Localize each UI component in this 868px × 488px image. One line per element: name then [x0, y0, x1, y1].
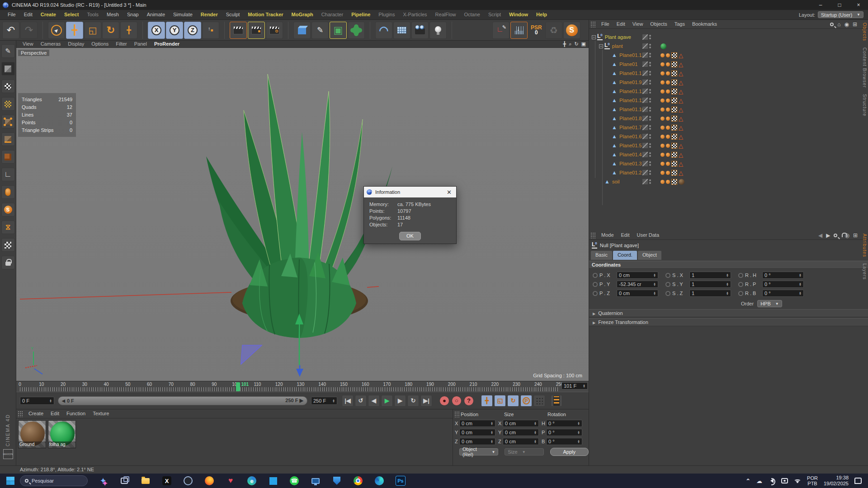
sculpt-mode-button[interactable]: S: [1, 203, 15, 216]
paint-tool-button[interactable]: ⧖: [1, 221, 15, 234]
attr-menu-user-data[interactable]: User Data: [633, 230, 663, 240]
spinner-icon[interactable]: ▲▼: [652, 282, 656, 286]
make-editable-button[interactable]: ✎: [1, 44, 15, 58]
record-rotation-button[interactable]: ↻: [507, 395, 519, 407]
menu-help[interactable]: Help: [532, 10, 551, 19]
display-tag-icon[interactable]: [666, 126, 670, 130]
spinner-icon[interactable]: ▲▼: [576, 431, 580, 434]
play-forwards-button[interactable]: ▶: [381, 395, 393, 407]
maximize-button[interactable]: □: [830, 0, 849, 10]
coordinate-field[interactable]: 0 °▲▼: [762, 272, 804, 279]
phong-tag-icon[interactable]: △: [679, 89, 683, 94]
copilot-sparkle-icon[interactable]: ✦: [97, 475, 109, 487]
visibility-toggles[interactable]: [642, 43, 651, 49]
viewport-menu-filter[interactable]: Filter: [112, 39, 130, 49]
start-button-icon[interactable]: [6, 477, 14, 485]
menu-octane[interactable]: Octane: [460, 10, 484, 19]
bend-deformer-button[interactable]: ◠: [375, 22, 392, 39]
record-keyframe-button[interactable]: ●: [439, 396, 449, 406]
visibility-toggles[interactable]: [642, 52, 651, 58]
add-panel-icon[interactable]: ⊞: [853, 21, 857, 28]
uvw-tag-icon[interactable]: [671, 61, 677, 67]
spinner-icon[interactable]: ▲▼: [576, 422, 580, 425]
spinner-icon[interactable]: ▲▼: [797, 273, 802, 277]
tab-object[interactable]: Object: [638, 251, 661, 260]
keyframe-radio-icon[interactable]: [738, 291, 743, 296]
panel-drag-handle-icon[interactable]: [590, 232, 596, 239]
menu-mograph[interactable]: MoGraph: [288, 10, 317, 19]
dialog-title-bar[interactable]: Information ✕: [364, 187, 456, 197]
display-tag-icon[interactable]: [666, 80, 670, 84]
timeline-range-slider[interactable]: ◀ 0 F 250 F ▶: [58, 396, 307, 405]
coordinate-mode-dropdown[interactable]: Object (Rel)▼: [459, 448, 498, 455]
visibility-toggles[interactable]: [642, 143, 651, 148]
display-tag-icon[interactable]: [666, 89, 670, 94]
om-menu-edit[interactable]: Edit: [613, 19, 629, 29]
spinner-icon[interactable]: ▲▼: [533, 431, 537, 434]
menu-snap[interactable]: Snap: [123, 10, 143, 19]
uvw-tag-icon[interactable]: [671, 143, 677, 149]
lock-workplane-button[interactable]: [1, 238, 15, 252]
lock-z-button[interactable]: Z: [184, 22, 201, 39]
fold-section-freeze-transformation[interactable]: ▶Freeze Transformation: [589, 318, 868, 326]
record-pla-button[interactable]: [533, 395, 545, 407]
uvw-tag-icon[interactable]: [671, 52, 677, 58]
frame-spinner-icon[interactable]: ▲▼: [581, 384, 585, 388]
texture-mode-button[interactable]: [1, 80, 15, 93]
visibility-toggles[interactable]: [642, 80, 651, 85]
close-button[interactable]: ×: [849, 0, 868, 10]
uvw-tag-icon[interactable]: [671, 89, 677, 94]
keyframe-radio-icon[interactable]: [593, 273, 598, 278]
display-tag-icon[interactable]: [666, 162, 670, 166]
display-tag-icon[interactable]: [660, 53, 665, 57]
spinner-icon[interactable]: ▲▼: [652, 291, 656, 295]
keyframe-selection-button[interactable]: [551, 395, 562, 407]
apply-button[interactable]: Apply: [550, 448, 589, 456]
display-tag-icon[interactable]: [660, 153, 665, 157]
phong-tag-icon[interactable]: △: [679, 125, 683, 131]
tree-item-soil[interactable]: ▲soil: [589, 177, 868, 186]
side-tab-content-browser[interactable]: Content Browser: [862, 47, 867, 88]
uvw-tag-icon[interactable]: [671, 134, 677, 140]
phong-tag-icon[interactable]: △: [679, 107, 683, 113]
spinner-icon[interactable]: ▲▼: [725, 273, 729, 277]
edges-mode-button[interactable]: [1, 132, 15, 146]
floor-sky-button[interactable]: [393, 22, 410, 39]
uvw-tag-icon[interactable]: [671, 125, 677, 131]
tree-item-plane01-4[interactable]: ▲Plane01.4△: [589, 150, 868, 159]
undo-button[interactable]: ↶: [2, 22, 19, 39]
render-view-button[interactable]: [230, 22, 247, 39]
coordinate-field[interactable]: 0 °▲▼: [762, 290, 804, 297]
notification-center-icon[interactable]: [854, 478, 862, 484]
security-shield-icon[interactable]: [331, 475, 343, 487]
tree-item-plane01[interactable]: ▲Plane01△: [589, 60, 868, 69]
rotate-view-icon[interactable]: ↻: [574, 41, 578, 47]
fold-section-quaternion[interactable]: ▶Quaternion: [589, 309, 868, 317]
visibility-toggles[interactable]: [642, 89, 651, 94]
pen-spline-button[interactable]: ✎: [311, 22, 329, 39]
viewport-menu-prorender[interactable]: ProRender: [151, 39, 183, 49]
spinner-icon[interactable]: ▲▼: [576, 440, 580, 443]
file-explorer-icon[interactable]: [140, 475, 151, 487]
visibility-toggles[interactable]: [642, 107, 651, 112]
spinner-icon[interactable]: ▲▼: [725, 291, 729, 295]
coordinate-system-button[interactable]: ↑▪: [202, 22, 219, 39]
display-tag-icon[interactable]: [660, 144, 665, 148]
side-tab-attributes[interactable]: Attributes: [862, 234, 867, 257]
spinner-icon[interactable]: ▲▼: [533, 440, 537, 443]
coordinate-field[interactable]: 0 cm▲▼: [617, 290, 658, 297]
keyframe-radio-icon[interactable]: [738, 282, 743, 287]
language-indicator[interactable]: PORPTB: [807, 475, 818, 486]
record-parameter-button[interactable]: P: [520, 395, 532, 407]
history-forward-icon[interactable]: ▶: [826, 232, 830, 239]
add-cube-button[interactable]: [293, 22, 311, 39]
display-tag-icon[interactable]: [666, 180, 670, 184]
workplane-mode-button[interactable]: [1, 97, 15, 111]
visibility-toggles[interactable]: [642, 179, 651, 184]
end-frame-spinner-icon[interactable]: ▲▼: [331, 399, 335, 403]
display-tag-icon[interactable]: [666, 108, 670, 112]
material-menu-function[interactable]: Function: [63, 409, 89, 418]
keyframe-radio-icon[interactable]: [665, 282, 670, 287]
keyframe-radio-icon[interactable]: [665, 291, 670, 296]
task-view-icon[interactable]: [118, 475, 130, 487]
